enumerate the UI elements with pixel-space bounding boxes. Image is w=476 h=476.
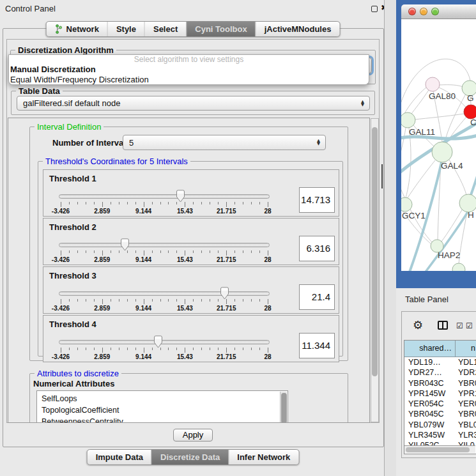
threshold-value-field[interactable]: 11.344 xyxy=(299,333,335,358)
table-header-row: shared… n xyxy=(404,341,476,357)
table-row[interactable]: YLR345WYLR3 xyxy=(404,430,476,440)
attribute-list-item[interactable]: SelfLoops xyxy=(37,393,288,404)
tick-mark xyxy=(185,348,185,353)
gear-icon[interactable]: ⚙ xyxy=(413,318,423,332)
tab-label: jActiveMNodules xyxy=(265,24,332,34)
tab-style[interactable]: Style xyxy=(107,22,144,36)
table-horizontal-scrollbar[interactable] xyxy=(404,445,475,453)
network-node-gcy1[interactable] xyxy=(401,197,412,211)
table-row[interactable]: YPR145WYPR1 xyxy=(404,388,476,399)
table-cell: YPR145W xyxy=(404,388,456,399)
table-cell: YDR2 xyxy=(456,367,476,378)
tick-label: 15.43 xyxy=(168,353,201,360)
table-data-combobox[interactable]: galFiltered.sif default node ▲▼ xyxy=(17,96,370,111)
tick-label: 9.144 xyxy=(127,256,160,263)
table-row[interactable]: YBR043CYBR0 xyxy=(404,378,476,388)
panel-splitter[interactable] xyxy=(384,0,396,476)
network-window-titlebar[interactable] xyxy=(401,4,476,19)
tab-select[interactable]: Select xyxy=(144,22,186,36)
table-row[interactable]: YDR27…YDR2 xyxy=(404,367,476,378)
zoom-traffic-light-icon[interactable] xyxy=(431,8,439,15)
network-node-h[interactable] xyxy=(459,194,476,212)
tick-label: -3.426 xyxy=(44,256,77,263)
columns-icon[interactable] xyxy=(438,321,448,330)
numerical-attributes-list[interactable]: SelfLoopsTopologicalCoefficientBetweenne… xyxy=(36,390,288,423)
checkbox-checked-icon[interactable]: ☑ xyxy=(466,321,473,330)
column-header-shared-name[interactable]: shared… xyxy=(404,341,456,357)
network-node-label: GAL4 xyxy=(441,161,463,171)
tab-label: Network xyxy=(66,24,99,34)
slider-track[interactable] xyxy=(59,243,270,247)
tick-mark xyxy=(111,250,111,253)
minimize-traffic-light-icon[interactable] xyxy=(420,8,427,15)
tick-mark xyxy=(111,348,111,350)
slider-thumb[interactable] xyxy=(153,335,163,348)
scrollbar-thumb[interactable] xyxy=(406,447,470,452)
tick-mark xyxy=(94,250,95,253)
network-node[interactable] xyxy=(452,263,465,271)
tab-cyni-toolbox[interactable]: Cyni Toolbox xyxy=(186,22,255,36)
apply-button[interactable]: Apply xyxy=(173,429,213,441)
tick-mark xyxy=(102,299,103,304)
list-scrollbar[interactable] xyxy=(280,392,287,423)
tick-label: -3.426 xyxy=(44,353,77,360)
table-panel-title: Table Panel xyxy=(405,295,449,304)
network-node-gal11[interactable] xyxy=(401,112,415,128)
tick-label: -3.426 xyxy=(44,305,77,312)
tick-label: 9.144 xyxy=(127,353,160,360)
network-node-gal80[interactable] xyxy=(426,77,440,91)
node-attribute-table: shared… n YDL19…YDL1YDR27…YDR2YBR043CYBR… xyxy=(404,340,476,454)
slider-track[interactable] xyxy=(59,194,270,199)
table-row[interactable]: YER054CYER0 xyxy=(404,399,476,409)
close-traffic-light-icon[interactable] xyxy=(408,8,416,15)
settings-scroll-viewport: Interval Definition Number of Intervals … xyxy=(8,118,370,423)
tab-jactivemnodules[interactable]: jActiveMNodules xyxy=(256,22,340,36)
tick-mark xyxy=(94,299,95,302)
table-row[interactable]: YBR045CYBR0 xyxy=(404,409,476,419)
attribute-list-item[interactable]: BetweennessCentrality xyxy=(37,416,288,423)
number-of-intervals-combobox[interactable]: 5 ▲▼ xyxy=(123,135,326,150)
tick-label: 28 xyxy=(251,353,284,360)
slider-track[interactable] xyxy=(59,291,270,296)
dropdown-option-equal-width-frequency[interactable]: Equal Width/Frequency Discretization xyxy=(9,75,369,84)
network-node-gal4[interactable] xyxy=(432,142,452,162)
tick-mark xyxy=(210,348,210,350)
slider-track[interactable] xyxy=(59,340,270,344)
tick-label: 2.859 xyxy=(86,256,119,263)
tick-mark xyxy=(86,202,86,204)
table-row[interactable]: YDL19…YDL1 xyxy=(404,357,476,367)
tick-mark xyxy=(77,202,78,204)
tick-mark xyxy=(119,202,119,204)
tab-impute-data[interactable]: Impute Data xyxy=(88,450,151,464)
float-window-icon[interactable] xyxy=(371,6,378,12)
dropdown-option-manual-discretization[interactable]: Manual Discretization xyxy=(9,65,369,75)
checkbox-checked-icon[interactable]: ☑ xyxy=(456,321,463,330)
column-header-name[interactable]: n xyxy=(456,341,476,357)
threshold-value-field[interactable]: 6.316 xyxy=(299,236,335,261)
number-of-intervals-label: Number of Intervals xyxy=(52,138,130,148)
tab-discretize-data[interactable]: Discretize Data xyxy=(151,450,228,464)
threshold-value-field[interactable]: 21.4 xyxy=(299,284,335,310)
slider-thumb[interactable] xyxy=(120,238,130,251)
tick-mark xyxy=(111,202,111,204)
settings-scrollbar[interactable] xyxy=(371,118,379,422)
attribute-list-item[interactable]: TopologicalCoefficient xyxy=(37,404,288,416)
network-node-c[interactable] xyxy=(464,105,476,119)
slider-thumb[interactable] xyxy=(220,287,229,300)
splitter-grip[interactable] xyxy=(381,164,383,188)
table-row[interactable]: YBL079WYBL0 xyxy=(404,420,476,430)
tick-mark xyxy=(185,250,185,256)
tab-network[interactable]: Network xyxy=(47,22,107,36)
network-view-canvas[interactable]: GAL80GCGAL11GAL4GCY1HHAP2 xyxy=(401,19,476,271)
tick-mark xyxy=(243,299,243,302)
panel-title: Control Panel xyxy=(5,4,56,13)
tick-label: 15.43 xyxy=(168,305,201,312)
dropdown-placeholder-option[interactable]: Select algorithm to view settings xyxy=(9,55,369,65)
tick-mark xyxy=(77,299,78,302)
scrollbar-thumb[interactable] xyxy=(281,393,287,423)
tab-infer-network[interactable]: Infer Network xyxy=(228,450,298,464)
slider-thumb[interactable] xyxy=(176,190,185,203)
threshold-value-field[interactable]: 14.713 xyxy=(299,187,335,213)
tick-label: 2.859 xyxy=(86,305,119,312)
scrollbar-thumb[interactable] xyxy=(372,127,378,376)
